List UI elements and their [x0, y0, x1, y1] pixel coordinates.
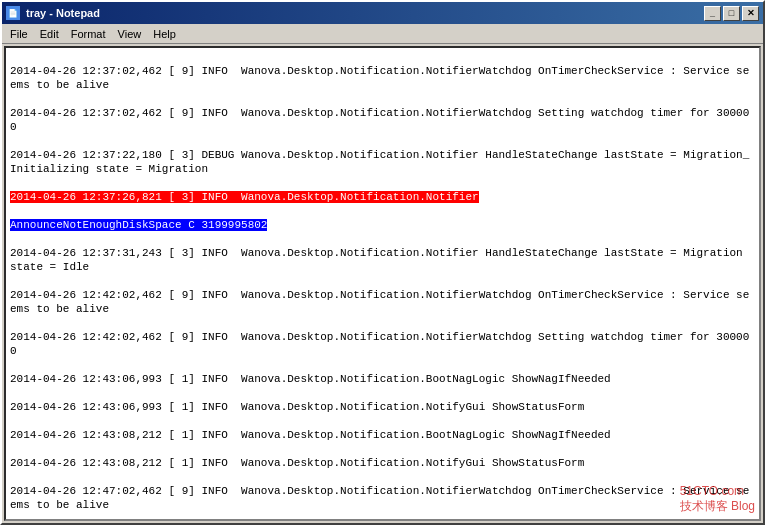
watermark: 51CTO.com 技术博客 Blog	[680, 484, 755, 515]
log-line: 2014-04-26 12:42:02,462 [ 9] INFO Wanova…	[10, 330, 755, 358]
log-line: 2014-04-26 12:47:02,462 [ 9] INFO Wanova…	[10, 484, 755, 512]
log-line: 2014-04-26 12:43:06,993 [ 1] INFO Wanova…	[10, 372, 755, 386]
maximize-button[interactable]: □	[723, 6, 740, 21]
text-editor[interactable]: 2014-04-26 12:27:02,462 [ 9] INFO Wanova…	[6, 48, 759, 519]
log-line: 2014-04-26 12:35:17,305 [ 3] DEBUG Wanov…	[10, 48, 755, 50]
log-line: 2014-04-26 12:42:02,462 [ 9] INFO Wanova…	[10, 288, 755, 316]
close-button[interactable]: ✕	[742, 6, 759, 21]
main-window: 📄 tray - Notepad _ □ ✕ File Edit Format …	[0, 0, 765, 525]
log-line: 2014-04-26 12:43:08,212 [ 1] INFO Wanova…	[10, 428, 755, 442]
watermark-line1: 51CTO.com	[680, 484, 755, 498]
log-line: 2014-04-26 12:43:08,212 [ 1] INFO Wanova…	[10, 456, 755, 470]
menu-file[interactable]: File	[4, 26, 34, 42]
menu-edit[interactable]: Edit	[34, 26, 65, 42]
content-area: 2014-04-26 12:27:02,462 [ 9] INFO Wanova…	[4, 46, 761, 521]
menu-view[interactable]: View	[112, 26, 148, 42]
log-line: 2014-04-26 12:37:22,180 [ 3] DEBUG Wanov…	[10, 148, 755, 176]
title-buttons: _ □ ✕	[704, 6, 759, 21]
menu-bar: File Edit Format View Help	[2, 24, 763, 44]
watermark-line2: 技术博客 Blog	[680, 498, 755, 515]
log-line: 2014-04-26 12:37:26,821 [ 3] INFO Wanova…	[10, 190, 755, 204]
log-line: 2014-04-26 12:43:06,993 [ 1] INFO Wanova…	[10, 400, 755, 414]
log-line: 2014-04-26 12:37:31,243 [ 3] INFO Wanova…	[10, 246, 755, 274]
log-line: 2014-04-26 12:37:02,462 [ 9] INFO Wanova…	[10, 106, 755, 134]
log-line: AnnounceNotEnoughDiskSpace C 3199995802	[10, 218, 755, 232]
log-line: 2014-04-26 12:37:02,462 [ 9] INFO Wanova…	[10, 64, 755, 92]
menu-format[interactable]: Format	[65, 26, 112, 42]
window-title: tray - Notepad	[26, 7, 100, 19]
title-bar: 📄 tray - Notepad _ □ ✕	[2, 2, 763, 24]
title-text: 📄 tray - Notepad	[6, 6, 100, 20]
menu-help[interactable]: Help	[147, 26, 182, 42]
app-icon: 📄	[6, 6, 20, 20]
minimize-button[interactable]: _	[704, 6, 721, 21]
